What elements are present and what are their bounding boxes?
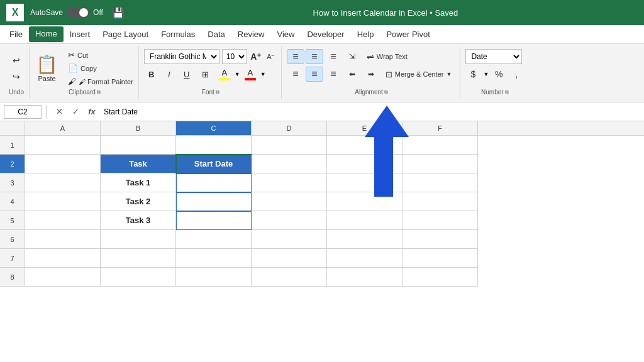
wrap-text-button[interactable]: ⇌ Wrap Text [362, 49, 412, 64]
col-header-d[interactable]: D [252, 121, 327, 135]
number-format-select[interactable]: Date [465, 49, 522, 64]
formula-confirm-button[interactable]: ✓ [69, 105, 82, 119]
autosave-toggle[interactable] [67, 7, 89, 18]
menu-review[interactable]: Review [231, 27, 271, 41]
cell-b7[interactable] [101, 249, 176, 268]
cell-a3[interactable] [25, 173, 101, 192]
cell-c1[interactable] [176, 136, 252, 155]
menu-insert[interactable]: Insert [64, 27, 97, 41]
cell-d7[interactable] [252, 249, 327, 268]
cell-c4[interactable] [176, 192, 252, 211]
cell-f8[interactable] [402, 268, 478, 287]
merge-center-button[interactable]: ⊡ Merge & Center ▼ [381, 67, 457, 82]
alignment-expand-icon[interactable]: ⧉ [384, 89, 388, 96]
cell-e6[interactable] [327, 230, 402, 249]
cell-c5[interactable] [176, 211, 252, 230]
cell-b6[interactable] [101, 230, 176, 249]
align-bottom-button[interactable]: ≡ [325, 49, 342, 64]
dollar-dropdown[interactable]: ▼ [483, 71, 489, 77]
cell-c8[interactable] [176, 268, 252, 287]
font-expand-icon[interactable]: ⧉ [216, 89, 219, 96]
cell-d2[interactable] [252, 155, 327, 173]
font-color-dropdown[interactable]: ▼ [260, 71, 266, 77]
align-top-button[interactable]: ≡ [287, 49, 304, 64]
cell-d5[interactable] [252, 211, 327, 230]
cell-a4[interactable] [25, 192, 101, 211]
cell-f5[interactable] [402, 211, 478, 230]
col-header-f[interactable]: F [402, 121, 478, 135]
font-name-select[interactable]: Franklin Gothic Me [144, 49, 219, 64]
cell-a7[interactable] [25, 249, 101, 268]
cut-button[interactable]: ✂ Cut [65, 49, 136, 61]
dollar-button[interactable]: $ [465, 67, 480, 82]
cell-b3[interactable]: Task 1 [101, 173, 176, 192]
cell-e5[interactable] [327, 211, 402, 230]
row-header-6[interactable]: 6 [0, 230, 25, 249]
cell-a8[interactable] [25, 268, 101, 287]
underline-button[interactable]: U [179, 67, 194, 82]
cell-b5[interactable]: Task 3 [101, 211, 176, 230]
fill-color-button[interactable]: A [217, 67, 232, 82]
align-right-button[interactable]: ≡ [325, 67, 342, 82]
cell-d6[interactable] [252, 230, 327, 249]
cell-c7[interactable] [176, 249, 252, 268]
cell-d1[interactable] [252, 136, 327, 155]
cell-c3[interactable] [176, 173, 252, 192]
cell-a2[interactable] [25, 155, 101, 173]
cell-c6[interactable] [176, 230, 252, 249]
cell-c2[interactable]: Start Date [176, 155, 252, 173]
undo-button[interactable]: ↩ [8, 53, 25, 68]
row-header-7[interactable]: 7 [0, 249, 25, 268]
merge-dropdown-icon[interactable]: ▼ [446, 71, 452, 77]
cell-e8[interactable] [327, 268, 402, 287]
cell-e3[interactable] [327, 173, 402, 192]
row-header-2[interactable]: 2 [0, 155, 25, 173]
autosave-area[interactable]: AutoSave Off [30, 7, 103, 18]
cell-d8[interactable] [252, 268, 327, 287]
menu-page-layout[interactable]: Page Layout [96, 27, 155, 41]
text-direction-button[interactable]: ⇲ [343, 49, 361, 64]
cell-a1[interactable] [25, 136, 101, 155]
comma-button[interactable]: , [509, 67, 524, 82]
paste-button[interactable]: 📋 Paste [33, 52, 60, 85]
format-painter-button[interactable]: 🖌 🖌 Format Painter [65, 75, 136, 87]
percent-button[interactable]: % [491, 67, 506, 82]
copy-button[interactable]: 📄 Copy [65, 62, 136, 74]
cell-d3[interactable] [252, 173, 327, 192]
font-color-button[interactable]: A [243, 67, 258, 82]
bold-button[interactable]: B [144, 67, 159, 82]
row-header-8[interactable]: 8 [0, 268, 25, 287]
row-header-4[interactable]: 4 [0, 192, 25, 211]
border-button[interactable]: ⊞ [197, 67, 214, 82]
increase-font-button[interactable]: A⁺ [250, 50, 262, 63]
cell-f4[interactable] [402, 192, 478, 211]
cell-d4[interactable] [252, 192, 327, 211]
cell-f1[interactable] [402, 136, 478, 155]
cell-b8[interactable] [101, 268, 176, 287]
increase-indent-button[interactable]: ➡ [362, 67, 380, 82]
cell-f6[interactable] [402, 230, 478, 249]
fill-color-dropdown[interactable]: ▼ [235, 71, 240, 77]
menu-help[interactable]: Help [351, 27, 380, 41]
row-header-3[interactable]: 3 [0, 173, 25, 192]
menu-view[interactable]: View [270, 27, 301, 41]
formula-function-button[interactable]: fx [85, 105, 99, 119]
number-expand-icon[interactable]: ⧉ [505, 89, 509, 96]
menu-file[interactable]: File [3, 27, 29, 41]
col-header-b[interactable]: B [101, 121, 176, 135]
menu-data[interactable]: Data [201, 27, 231, 41]
decrease-indent-button[interactable]: ⬅ [343, 67, 361, 82]
font-size-select[interactable]: 10 [222, 49, 247, 64]
save-button-title[interactable]: 💾 [109, 4, 127, 21]
col-header-a[interactable]: A [25, 121, 101, 135]
cell-e1[interactable] [327, 136, 402, 155]
cell-f3[interactable] [402, 173, 478, 192]
cell-b2[interactable]: Task [101, 155, 176, 173]
cell-b4[interactable]: Task 2 [101, 192, 176, 211]
col-header-e[interactable]: E [327, 121, 402, 135]
cell-e4[interactable] [327, 192, 402, 211]
align-middle-button[interactable]: ≡ [306, 49, 323, 64]
cell-f7[interactable] [402, 249, 478, 268]
cell-f2[interactable] [402, 155, 478, 173]
menu-developer[interactable]: Developer [301, 27, 350, 41]
